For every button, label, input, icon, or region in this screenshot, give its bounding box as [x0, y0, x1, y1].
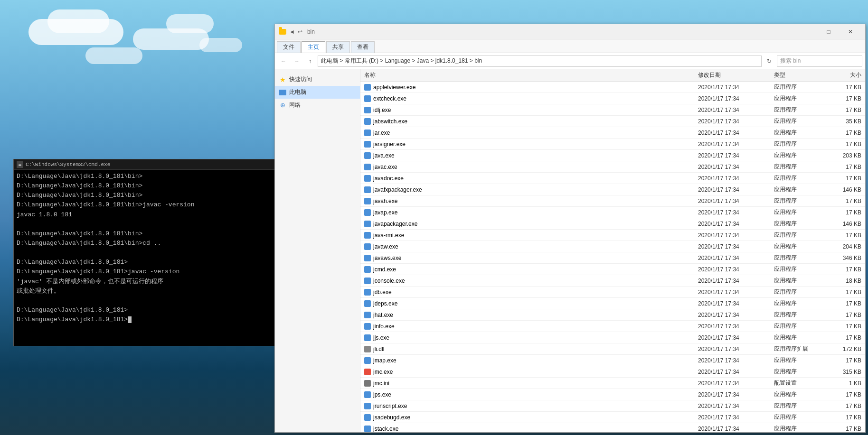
col-date[interactable]: 修改日期 [694, 71, 770, 79]
tab-file[interactable]: 文件 [277, 41, 301, 53]
file-date: 2020/1/17 17:34 [694, 255, 770, 261]
cmd-titlebar: ▬ C:\Windows\System32\cmd.exe [14, 159, 283, 170]
up-button[interactable]: ↑ [304, 56, 316, 67]
table-row[interactable]: jconsole.exe 2020/1/17 17:34 应用程序 18 KB [360, 275, 865, 287]
search-box[interactable]: 搜索 bin [777, 56, 862, 67]
file-name: jsadebugd.exe [373, 414, 410, 421]
forward-button[interactable]: → [291, 56, 302, 67]
file-date: 2020/1/17 17:34 [694, 95, 770, 102]
maximize-button[interactable]: □ [818, 24, 840, 39]
quick-access-icon: ◄ [289, 28, 295, 35]
cloud-5 [85, 47, 142, 64]
file-name: jrunscript.exe [373, 403, 407, 409]
col-type[interactable]: 类型 [770, 71, 827, 79]
file-icon [364, 107, 371, 113]
explorer-titlebar: ◄ ↩ bin ─ □ ✕ [275, 24, 865, 39]
file-type: 应用程序 [770, 413, 827, 421]
tab-home[interactable]: 主页 [302, 41, 325, 53]
file-size: 17 KB [827, 198, 865, 204]
file-list-header: 名称 修改日期 类型 大小 [360, 69, 865, 82]
table-row[interactable]: jinfo.exe 2020/1/17 17:34 应用程序 17 KB [360, 321, 865, 332]
table-row[interactable]: jstack.exe 2020/1/17 17:34 应用程序 17 KB [360, 423, 865, 432]
table-row[interactable]: javah.exe 2020/1/17 17:34 应用程序 17 KB [360, 195, 865, 207]
tab-share[interactable]: 共享 [326, 41, 350, 53]
close-button[interactable]: ✕ [840, 24, 861, 39]
table-row[interactable]: java-rmi.exe 2020/1/17 17:34 应用程序 17 KB [360, 230, 865, 241]
file-date: 2020/1/17 17:34 [694, 266, 770, 273]
table-row[interactable]: jps.exe 2020/1/17 17:34 应用程序 17 KB [360, 389, 865, 400]
sidebar-item-quick-access[interactable]: ★ 快速访问 [275, 73, 360, 86]
table-row[interactable]: jmc.ini 2020/1/17 17:34 配置设置 1 KB [360, 378, 865, 389]
table-row[interactable]: jli.dll 2020/1/17 17:34 应用程序扩展 172 KB [360, 343, 865, 355]
file-size: 17 KB [827, 300, 865, 307]
address-path[interactable]: 此电脑 > 常用工具 (D:) > Language > Java > jdk1… [318, 56, 762, 67]
file-date: 2020/1/17 17:34 [694, 414, 770, 421]
file-date: 2020/1/17 17:34 [694, 357, 770, 364]
table-row[interactable]: javac.exe 2020/1/17 17:34 应用程序 17 KB [360, 161, 865, 173]
file-icon [364, 84, 371, 91]
file-date: 2020/1/17 17:34 [694, 198, 770, 204]
sidebar-item-this-pc[interactable]: 此电脑 [275, 86, 360, 99]
table-row[interactable]: javaws.exe 2020/1/17 17:34 应用程序 346 KB [360, 252, 865, 264]
table-row[interactable]: jar.exe 2020/1/17 17:34 应用程序 17 KB [360, 127, 865, 139]
file-size: 146 KB [827, 221, 865, 227]
table-row[interactable]: javafxpackager.exe 2020/1/17 17:34 应用程序 … [360, 184, 865, 195]
file-type: 应用程序 [770, 163, 827, 171]
table-row[interactable]: extcheck.exe 2020/1/17 17:34 应用程序 17 KB [360, 93, 865, 104]
table-row[interactable]: appletviewer.exe 2020/1/17 17:34 应用程序 17… [360, 82, 865, 93]
file-date: 2020/1/17 17:34 [694, 346, 770, 352]
table-row[interactable]: jjs.exe 2020/1/17 17:34 应用程序 17 KB [360, 332, 865, 343]
file-name-cell: jmc.exe [360, 369, 694, 375]
table-row[interactable]: jdb.exe 2020/1/17 17:34 应用程序 17 KB [360, 287, 865, 298]
file-size: 17 KB [827, 107, 865, 113]
table-row[interactable]: javap.exe 2020/1/17 17:34 应用程序 17 KB [360, 207, 865, 218]
minimize-button[interactable]: ─ [796, 24, 818, 39]
table-row[interactable]: idlj.exe 2020/1/17 17:34 应用程序 17 KB [360, 104, 865, 116]
file-date: 2020/1/17 17:34 [694, 232, 770, 239]
table-row[interactable]: jarsigner.exe 2020/1/17 17:34 应用程序 17 KB [360, 139, 865, 150]
file-type: 应用程序 [770, 197, 827, 205]
table-row[interactable]: jabswitch.exe 2020/1/17 17:34 应用程序 35 KB [360, 116, 865, 127]
tab-view[interactable]: 查看 [351, 41, 375, 53]
table-row[interactable]: jdeps.exe 2020/1/17 17:34 应用程序 17 KB [360, 298, 865, 309]
file-size: 203 KB [827, 152, 865, 159]
file-type: 应用程序 [770, 94, 827, 102]
sidebar-item-network[interactable]: ⊕ 网络 [275, 99, 360, 111]
file-size: 17 KB [827, 323, 865, 330]
table-row[interactable]: javadoc.exe 2020/1/17 17:34 应用程序 17 KB [360, 173, 865, 184]
file-type: 应用程序 [770, 425, 827, 432]
table-row[interactable]: jmc.exe 2020/1/17 17:34 应用程序 315 KB [360, 366, 865, 378]
table-row[interactable]: jhat.exe 2020/1/17 17:34 应用程序 17 KB [360, 309, 865, 321]
table-row[interactable]: jmap.exe 2020/1/17 17:34 应用程序 17 KB [360, 355, 865, 366]
table-row[interactable]: javapackager.exe 2020/1/17 17:34 应用程序 14… [360, 218, 865, 230]
file-size: 17 KB [827, 84, 865, 91]
file-type: 应用程序 [770, 299, 827, 307]
col-size[interactable]: 大小 [827, 71, 865, 79]
file-name-cell: jstack.exe [360, 426, 694, 432]
explorer-title-text: bin [307, 28, 315, 35]
back-button[interactable]: ← [278, 56, 289, 67]
file-name: jarsigner.exe [373, 141, 406, 148]
file-date: 2020/1/17 17:34 [694, 118, 770, 125]
refresh-button[interactable]: ↻ [764, 56, 775, 67]
file-icon [364, 278, 371, 284]
file-date: 2020/1/17 17:34 [694, 175, 770, 182]
col-name[interactable]: 名称 [360, 71, 694, 79]
file-name-cell: jhat.exe [360, 312, 694, 318]
cmd-line-8: D:\Language\Java\jdk1.8.0_181> [17, 258, 281, 267]
file-size: 17 KB [827, 414, 865, 421]
file-type: 应用程序 [770, 311, 827, 319]
address-bar: ← → ↑ 此电脑 > 常用工具 (D:) > Language > Java … [275, 53, 865, 69]
file-date: 2020/1/17 17:34 [694, 130, 770, 136]
table-row[interactable]: java.exe 2020/1/17 17:34 应用程序 203 KB [360, 150, 865, 161]
cmd-line-7: D:\Language\Java\jdk1.8.0_181\bin>cd .. [17, 239, 281, 248]
table-row[interactable]: jcmd.exe 2020/1/17 17:34 应用程序 17 KB [360, 264, 865, 275]
ribbon-tabs: 文件 主页 共享 查看 [275, 39, 865, 53]
table-row[interactable]: jrunscript.exe 2020/1/17 17:34 应用程序 17 K… [360, 400, 865, 412]
cmd-line-blank2 [17, 248, 281, 258]
cmd-line-9: D:\Language\Java\jdk1.8.0_181>javac -ver… [17, 267, 281, 277]
table-row[interactable]: jsadebugd.exe 2020/1/17 17:34 应用程序 17 KB [360, 412, 865, 423]
file-type: 应用程序 [770, 277, 827, 285]
table-row[interactable]: javaw.exe 2020/1/17 17:34 应用程序 204 KB [360, 241, 865, 252]
file-date: 2020/1/17 17:34 [694, 164, 770, 170]
